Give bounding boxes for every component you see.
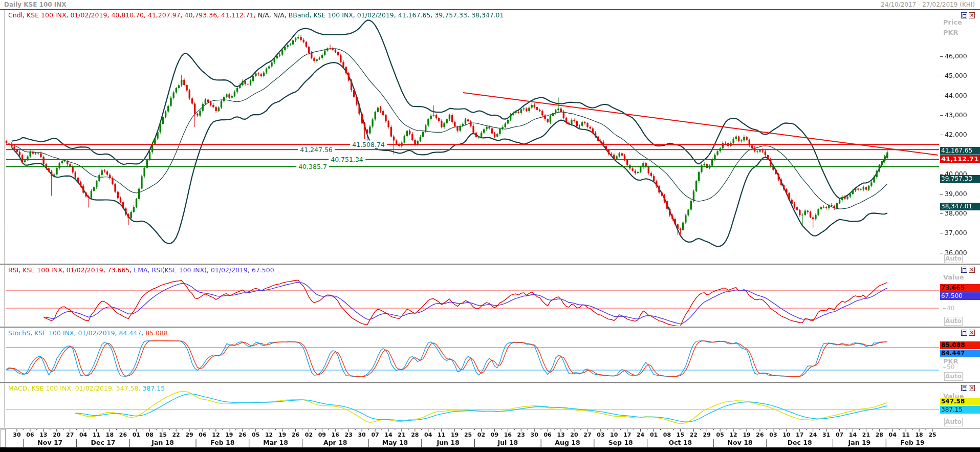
- trading-app-window: Daily KSE 100 INX 24/10/2017 - 27/02/201…: [0, 0, 980, 452]
- x-axis-day-label: 16: [504, 432, 512, 438]
- stoch-pane-window-icons: ×: [961, 330, 976, 336]
- x-axis-month-label: Mar 18: [263, 439, 288, 446]
- stoch-guide-label: 50: [943, 363, 954, 371]
- pane-separator[interactable]: [0, 382, 980, 383]
- close-icon[interactable]: ×: [969, 330, 975, 336]
- price-axis-tick-label: 45,000: [940, 72, 967, 79]
- x-axis-month-label: Feb 18: [210, 439, 234, 446]
- sr-line-label: 40,385.7: [296, 163, 329, 170]
- value-box: 387.15: [940, 406, 980, 414]
- price-axis-tick-label: 42,000: [940, 131, 967, 138]
- x-axis-day-label: 25: [928, 432, 936, 438]
- x-axis-day-label: 05: [716, 432, 724, 438]
- x-axis-day-label: 17: [623, 432, 631, 438]
- x-axis-day-label: 11: [902, 432, 910, 438]
- x-axis-day-label: 27: [66, 432, 74, 438]
- sr-line-label: 41,247.56: [298, 146, 335, 154]
- x-axis-month-label: May 18: [382, 439, 408, 446]
- x-axis-day-label: 09: [491, 432, 498, 438]
- chart-title-bar: Daily KSE 100 INX 24/10/2017 - 27/02/201…: [0, 0, 980, 10]
- x-axis-day-label: 23: [517, 432, 525, 438]
- date-range-label: 24/10/2017 - 27/02/2019 (KHI): [881, 1, 975, 8]
- x-axis-month-label: Feb 19: [901, 439, 925, 446]
- x-axis-day-label: 23: [345, 432, 353, 438]
- rsi-guide-label: 40: [943, 305, 954, 312]
- x-axis-day-label: 18: [106, 432, 114, 438]
- x-axis-day-label: 16: [332, 432, 339, 438]
- candle-legend: Cndl, KSE 100 INX, 01/02/2019, 40,810.70…: [8, 11, 258, 19]
- value-box: 67.500: [940, 292, 980, 300]
- value-box: 41,167.65: [940, 147, 980, 155]
- value-box: 73.665: [940, 284, 980, 292]
- close-icon[interactable]: ×: [969, 267, 975, 273]
- restore-icon[interactable]: [961, 12, 967, 18]
- x-axis-month-label: Jan 19: [848, 439, 871, 446]
- x-axis-day-label: 17: [796, 432, 803, 438]
- pane-separator[interactable]: [0, 264, 980, 265]
- stoch-legend-main: StochS, KSE 100 INX, 01/02/2019, 84.447,: [8, 329, 145, 337]
- x-axis-day-label: 22: [690, 432, 698, 438]
- x-axis-day-label: 19: [743, 432, 750, 438]
- x-axis-day-label: 13: [557, 432, 564, 438]
- chart-title: Daily KSE 100 INX: [4, 1, 67, 8]
- x-axis-month-label: Jul 18: [498, 439, 518, 446]
- x-axis-day-label: 28: [876, 432, 883, 438]
- x-axis-day-label: 25: [464, 432, 472, 438]
- x-axis-day-label: 07: [371, 432, 379, 438]
- close-icon[interactable]: ×: [969, 12, 975, 18]
- x-axis-day-label: 05: [252, 432, 259, 438]
- x-axis-day-label: 30: [358, 432, 365, 438]
- x-axis-day-label: 10: [782, 432, 790, 438]
- x-axis-day-label: 21: [398, 432, 405, 438]
- rsi-legend-ema: EMA, RSI(KSE 100 INX), 01/02/2019, 67.50…: [134, 266, 274, 274]
- auto-scale-button-main[interactable]: Auto: [944, 254, 963, 263]
- macd-pane-window-icons: ×: [961, 385, 976, 392]
- x-axis-month-label: Apr 18: [323, 439, 347, 446]
- x-axis-day-label: 09: [318, 432, 326, 438]
- value-box: 85.088: [940, 341, 980, 349]
- x-axis-month-label: Sep 18: [608, 439, 633, 446]
- auto-scale-button-stoch[interactable]: Auto: [944, 372, 963, 381]
- price-axis-unit: PKR: [943, 29, 959, 36]
- x-axis-day-label: 15: [677, 432, 684, 438]
- x-axis-day-label: 24: [637, 432, 644, 438]
- rsi-legend: RSI, KSE 100 INX, 01/02/2019, 73.665, EM…: [8, 266, 274, 274]
- restore-icon[interactable]: [961, 385, 967, 391]
- rsi-axis-title: Value: [943, 273, 964, 281]
- x-axis-day-label: 15: [159, 432, 167, 438]
- bband-legend: BBand, KSE 100 INX, 01/02/2019, 41,167.6…: [289, 11, 504, 19]
- x-axis-day-label: 22: [172, 432, 180, 438]
- x-axis-day-label: 19: [451, 432, 459, 438]
- main-legend: Cndl, KSE 100 INX, 01/02/2019, 40,810.70…: [8, 11, 504, 19]
- x-axis-day-label: 12: [265, 432, 273, 438]
- sr-line-label: 40,751.34: [329, 156, 365, 163]
- close-icon[interactable]: ×: [969, 385, 975, 391]
- x-axis-day-label: 01: [133, 432, 140, 438]
- sr-line-label: 41,508.74: [350, 141, 387, 148]
- auto-scale-button-macd[interactable]: Auto: [944, 418, 963, 426]
- stoch-legend: StochS, KSE 100 INX, 01/02/2019, 84.447,…: [8, 329, 168, 337]
- macd-legend: MACD, KSE 100 INX, 01/02/2019, 547.58, 3…: [8, 384, 165, 392]
- bottom-bar: [0, 447, 980, 452]
- x-axis-day-label: 26: [238, 432, 246, 438]
- value-box: 547.58: [940, 398, 980, 405]
- x-axis-day-label: 20: [570, 432, 578, 438]
- rsi-legend-main: RSI, KSE 100 INX, 01/02/2019, 73.665,: [8, 266, 134, 274]
- axis-separator: [0, 428, 980, 429]
- auto-scale-button-rsi[interactable]: Auto: [944, 317, 963, 326]
- price-axis-tick-label: 39,000: [940, 190, 967, 198]
- x-axis-day-label: 18: [915, 432, 923, 438]
- value-box: 39,757.33: [940, 175, 980, 183]
- x-axis-day-label: 27: [583, 432, 591, 438]
- x-axis-day-label: 26: [756, 432, 764, 438]
- x-axis-day-label: 03: [769, 432, 777, 438]
- x-axis-day-label: 19: [278, 432, 286, 438]
- x-axis-day-label: 12: [729, 432, 737, 438]
- rsi-pane-window-icons: ×: [961, 267, 976, 273]
- x-axis-day-label: 30: [13, 432, 20, 438]
- restore-icon[interactable]: [961, 330, 967, 336]
- x-axis-day-label: 20: [53, 432, 60, 438]
- value-box: 84.447: [940, 350, 980, 357]
- pane-separator[interactable]: [0, 327, 980, 328]
- restore-icon[interactable]: [961, 267, 967, 273]
